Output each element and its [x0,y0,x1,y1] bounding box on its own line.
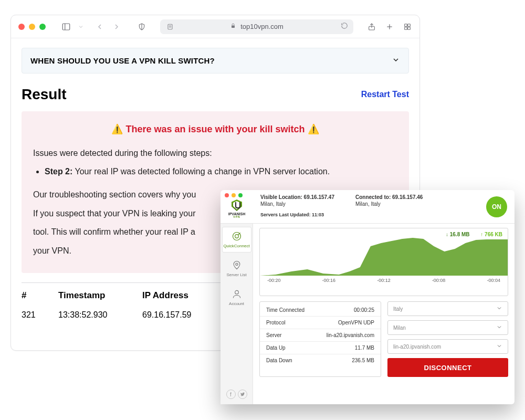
connection-stats: Time Connected00:00:25 ProtocolOpenVPN U… [259,301,381,377]
stats-row: Time Connected00:00:25 [260,304,381,316]
connected-to-city: Milan, Italy [355,201,423,207]
sidebar-item-quickconnect[interactable]: QuickConnect [222,227,251,253]
window-controls [18,24,46,30]
maximize-window-button[interactable] [39,24,46,30]
pin-icon [232,260,242,270]
alert-title: ⚠️ There was an issue with your kill swi… [33,122,397,137]
user-icon [232,289,242,299]
app-window-controls [220,193,243,197]
svg-point-15 [235,263,237,265]
shield-icon [232,200,242,211]
svg-rect-2 [168,24,172,29]
sidebar-toggle-icon[interactable] [61,22,71,32]
connected-to-label: Connected to: 69.16.157.46 [355,194,423,200]
lock-icon [230,23,236,30]
svg-point-14 [235,235,238,238]
tab-group-chevron-icon[interactable] [76,22,86,32]
target-icon [232,231,242,242]
reader-mode-icon[interactable] [165,22,175,32]
restart-test-link[interactable]: Restart Test [361,90,409,99]
close-window-button[interactable] [18,24,25,30]
svg-rect-9 [405,24,407,26]
new-tab-icon[interactable] [385,22,394,32]
app-header: IPVANISH VPN Visible Location: 69.16.157… [220,190,514,224]
app-maximize-button[interactable] [238,193,243,197]
app-minimize-button[interactable] [232,193,236,197]
sidebar-item-account[interactable]: Account [222,285,251,310]
col-header-number: # [22,290,58,301]
chevron-down-icon [496,343,502,350]
reload-icon[interactable] [341,22,348,31]
privacy-shield-icon[interactable] [137,22,146,32]
server-select[interactable]: lin-a20.ipvanish.com [387,339,508,354]
forward-button[interactable] [112,22,121,32]
result-heading: Result [22,86,67,103]
cell-number: 321 [22,310,58,320]
visible-location-city: Milan, Italy [260,201,334,207]
accordion-kill-switch[interactable]: WHEN SHOULD YOU USE A VPN KILL SWITCH? [22,48,409,74]
servers-updated: Servers Last Updated: 11:03 [260,212,334,217]
connection-status-badge[interactable]: ON [486,196,507,217]
social-links: f [226,390,247,404]
sidebar-item-label: QuickConnect [223,244,249,248]
ipvanish-window: IPVANISH VPN Visible Location: 69.16.157… [220,190,514,404]
safari-toolbar: top10vpn.com [11,15,419,38]
url-host: top10vpn.com [240,23,284,30]
tab-overview-icon[interactable] [403,22,412,32]
alert-issue-item: Step 2: Your real IP was detected follow… [45,165,397,178]
stats-row: Serverlin-a20.ipvanish.com [260,329,381,341]
disconnect-button[interactable]: DISCONNECT [387,358,508,377]
svg-point-16 [235,290,238,294]
back-button[interactable] [95,22,104,32]
country-select[interactable]: Italy [387,301,508,316]
rate-labels: ↓ 16.8 MB ↑ 766 KB [446,232,502,237]
stats-row: Data Down236.5 MB [260,354,381,366]
chevron-down-icon [392,56,400,66]
svg-rect-11 [405,27,407,29]
sidebar-item-label: Account [229,301,244,306]
city-select[interactable]: Milan [387,320,508,335]
chart-x-ticks: -00:20 -00:16 -00:12 -00:08 -00:04 [260,276,508,283]
svg-rect-0 [62,24,70,30]
throughput-chart: ↓ 16.8 MB ↑ 766 KB -00:20 -00:16 -00:12 … [259,228,508,296]
app-close-button[interactable] [225,193,229,197]
facebook-icon[interactable]: f [226,390,236,399]
chevron-down-icon [496,305,502,312]
sidebar-item-label: Server List [226,272,246,277]
alert-issues-intro: Issues were detected during the followin… [33,146,397,160]
brand-logo: IPVANISH VPN [228,200,246,218]
area-chart-svg [260,232,508,276]
app-sidebar: QuickConnect Server List Account f [220,224,253,404]
svg-rect-10 [408,24,411,26]
app-main: ↓ 16.8 MB ↑ 766 KB -00:20 -00:16 -00:12 … [253,224,514,404]
stats-row: ProtocolOpenVPN UDP [260,316,381,329]
share-icon[interactable] [367,22,376,32]
cell-timestamp: 13:38:52.930 [58,310,142,320]
visible-location-label: Visible Location: 69.16.157.47 [260,194,334,200]
address-bar[interactable]: top10vpn.com [160,19,353,34]
minimize-window-button[interactable] [29,24,35,30]
stats-row: Data Up11.7 MB [260,341,381,354]
col-header-timestamp: Timestamp [58,290,142,301]
chevron-down-icon [496,324,502,331]
twitter-icon[interactable] [238,390,247,399]
svg-rect-12 [408,27,411,29]
svg-rect-5 [232,26,235,28]
accordion-title: WHEN SHOULD YOU USE A VPN KILL SWITCH? [30,56,215,65]
sidebar-item-serverlist[interactable]: Server List [222,256,251,281]
